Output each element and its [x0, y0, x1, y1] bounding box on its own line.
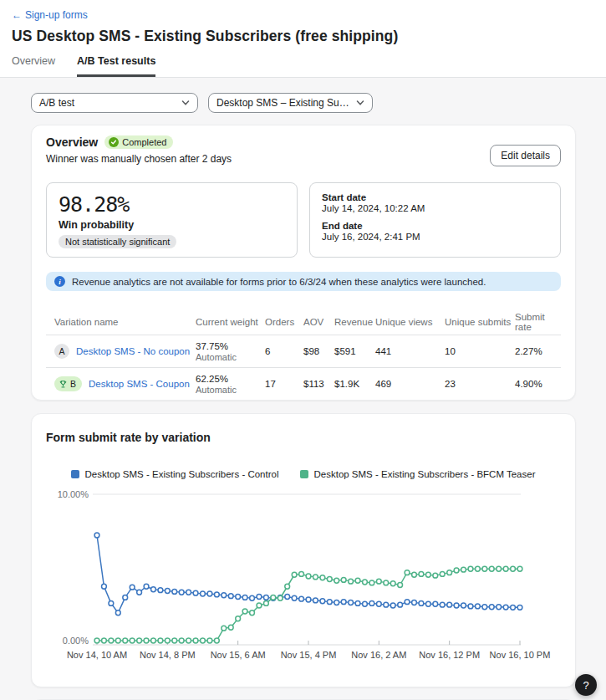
table-row-variation-b: B Desktop SMS - Coupon 62.25% Automatic … — [46, 367, 561, 400]
svg-text:0.00%: 0.00% — [63, 636, 89, 646]
variation-b-submit-rate: 4.90% — [515, 379, 561, 389]
variation-a-weight: 37.75% — [196, 341, 265, 351]
col-orders: Orders — [265, 317, 303, 327]
variation-b-link[interactable]: Desktop SMS - Coupon — [89, 379, 190, 389]
variation-a-submit-rate: 2.27% — [515, 346, 561, 356]
variation-b-weight: 62.25% — [196, 374, 265, 384]
variation-a-link[interactable]: Desktop SMS - No coupon — [76, 346, 190, 356]
variation-b-aov: $113 — [303, 379, 334, 389]
col-aov: AOV — [303, 317, 334, 327]
metrics-row: 98.28% Win probability Not statistically… — [46, 182, 561, 258]
main-content: A/B test Desktop SMS – Existing Subscrib… — [0, 78, 606, 700]
test-type-select[interactable]: A/B test — [31, 93, 198, 113]
help-button[interactable]: ? — [575, 674, 597, 696]
variations-table-header: Variation name Current weight Orders AOV… — [46, 309, 561, 335]
question-mark-icon: ? — [583, 679, 588, 692]
variation-b-unique-views: 469 — [375, 379, 445, 389]
svg-text:Nov 15, 6 AM: Nov 15, 6 AM — [211, 650, 266, 660]
variation-b-revenue: $1.9K — [334, 379, 375, 389]
chevron-down-icon — [181, 99, 190, 107]
col-submit-rate: Submit rate — [515, 312, 561, 332]
legend-item-control: Desktop SMS - Existing Subscribers - Con… — [71, 469, 278, 479]
chart-title: Form submit rate by variation — [46, 431, 561, 444]
overview-heading: Overview — [46, 135, 98, 149]
variation-a-unique-submits: 10 — [445, 346, 515, 356]
legend-swatch-control — [71, 470, 79, 478]
variation-a-unique-views: 441 — [375, 346, 445, 356]
svg-text:Nov 14, 8 PM: Nov 14, 8 PM — [140, 650, 196, 660]
legend-item-bfcm-teaser: Desktop SMS - Existing Subscribers - BFC… — [300, 469, 535, 479]
status-badge-label: Completed — [122, 137, 166, 147]
back-link-signup-forms[interactable]: ← Sign-up forms — [12, 9, 88, 21]
dates-box: Start date July 14, 2024, 10:22 AM End d… — [309, 182, 561, 258]
overview-card: Overview Completed Winner was manually c… — [31, 125, 576, 401]
legend-label-control: Desktop SMS - Existing Subscribers - Con… — [84, 469, 278, 479]
chevron-down-icon — [356, 99, 364, 107]
start-date-label: Start date — [322, 192, 548, 202]
tab-overview[interactable]: Overview — [12, 55, 55, 77]
back-link-label: Sign-up forms — [25, 9, 88, 21]
win-probability-box: 98.28% Win probability Not statistically… — [46, 182, 298, 258]
win-probability-value: 98.28% — [59, 192, 285, 217]
legend-label-bfcm-teaser: Desktop SMS - Existing Subscribers - BFC… — [313, 469, 535, 479]
variant-a-badge: A — [54, 344, 69, 359]
col-current-weight: Current weight — [196, 317, 265, 327]
variant-b-badge-label: B — [70, 379, 76, 389]
end-date-label: End date — [322, 221, 548, 231]
form-select[interactable]: Desktop SMS – Existing Subscribers T... — [208, 93, 373, 113]
legend-swatch-bfcm-teaser — [300, 470, 308, 478]
start-date-value: July 14, 2024, 10:22 AM — [322, 203, 548, 213]
start-date-block: Start date July 14, 2024, 10:22 AM — [322, 192, 548, 213]
edit-details-button[interactable]: Edit details — [490, 145, 561, 166]
svg-text:10.00%: 10.00% — [58, 489, 89, 499]
trophy-icon — [59, 380, 68, 389]
significance-badge: Not statistically significant — [59, 235, 176, 248]
end-date-block: End date July 16, 2024, 2:41 PM — [322, 221, 548, 242]
info-banner: i Revenue analytics are not available fo… — [46, 272, 561, 291]
col-unique-submits: Unique submits — [445, 317, 515, 327]
variation-a-orders: 6 — [265, 346, 303, 356]
test-type-select-value: A/B test — [39, 97, 74, 109]
info-icon: i — [54, 276, 65, 287]
chart-card: Form submit rate by variation Desktop SM… — [31, 413, 576, 687]
variation-a-weight-mode: Automatic — [196, 352, 265, 362]
chart-area: 10.00%0.00%Nov 14, 10 AMNov 14, 8 PMNov … — [46, 486, 561, 667]
svg-text:Nov 16, 12 PM: Nov 16, 12 PM — [419, 650, 480, 660]
filters-row: A/B test Desktop SMS – Existing Subscrib… — [31, 93, 576, 113]
overview-subtitle: Winner was manually chosen after 2 days — [46, 153, 561, 165]
variations-table: Variation name Current weight Orders AOV… — [46, 309, 561, 400]
col-revenue: Revenue — [334, 317, 375, 327]
check-circle-icon — [109, 137, 119, 147]
end-date-value: July 16, 2024, 2:41 PM — [322, 232, 548, 242]
svg-text:Nov 14, 10 AM: Nov 14, 10 AM — [67, 650, 127, 660]
variation-a-aov: $98 — [303, 346, 334, 356]
submit-rate-line-chart: 10.00%0.00%Nov 14, 10 AMNov 14, 8 PMNov … — [46, 486, 564, 663]
topbar: ← Sign-up forms US Desktop SMS - Existin… — [0, 0, 606, 78]
col-variation-name: Variation name — [54, 317, 196, 327]
variation-b-weight-mode: Automatic — [196, 385, 265, 395]
info-banner-text: Revenue analytics are not available for … — [72, 277, 486, 287]
svg-text:Nov 15, 4 PM: Nov 15, 4 PM — [281, 650, 337, 660]
page-title: US Desktop SMS - Existing Subscribers (f… — [12, 28, 594, 45]
form-select-value: Desktop SMS – Existing Subscribers T... — [216, 97, 349, 109]
variation-b-orders: 17 — [265, 379, 303, 389]
variation-a-revenue: $591 — [334, 346, 375, 356]
variation-b-unique-submits: 23 — [445, 379, 515, 389]
chart-legend: Desktop SMS - Existing Subscribers - Con… — [46, 469, 561, 479]
variant-b-winner-badge: B — [54, 376, 82, 391]
overview-header: Overview Completed — [46, 135, 561, 149]
tab-bar: Overview A/B Test results — [12, 55, 594, 77]
back-arrow-icon: ← — [12, 9, 22, 21]
page: ← Sign-up forms US Desktop SMS - Existin… — [0, 0, 606, 700]
col-unique-views: Unique views — [375, 317, 445, 327]
status-badge-completed: Completed — [104, 135, 173, 149]
tab-ab-test-results[interactable]: A/B Test results — [77, 55, 155, 77]
table-row-variation-a: A Desktop SMS - No coupon 37.75% Automat… — [46, 335, 561, 367]
win-probability-label: Win probability — [59, 219, 285, 231]
svg-text:Nov 16, 10 PM: Nov 16, 10 PM — [490, 650, 551, 660]
svg-text:Nov 16, 2 AM: Nov 16, 2 AM — [351, 650, 406, 660]
